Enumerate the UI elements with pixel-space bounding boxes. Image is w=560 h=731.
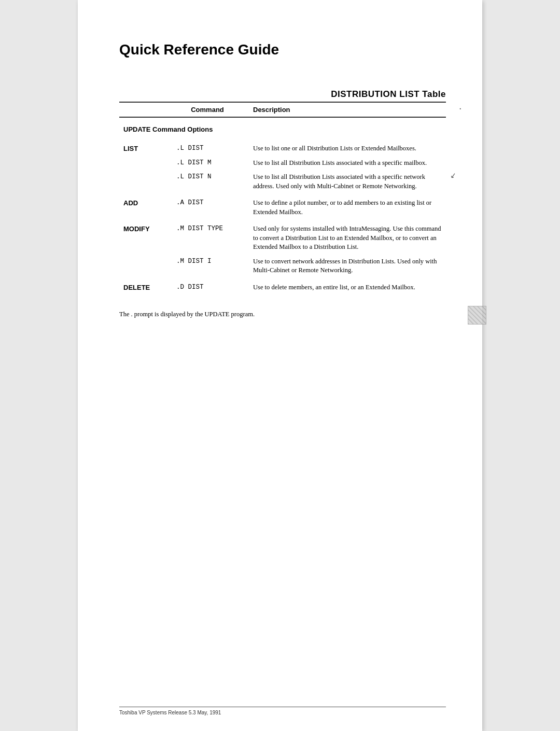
desc-m-dist-i: Use to convert network addresses in Dist… [249, 255, 446, 278]
section-label: UPDATE Command Options [123, 125, 213, 133]
table-row: .L DIST M Use to list all Distribution L… [119, 156, 446, 171]
table-row: MODIFY .M DIST TYPE Used only for system… [119, 219, 446, 255]
page-title: Quick Reference Guide [119, 41, 446, 58]
cmd-l-dist-m: .L DIST M [166, 156, 249, 171]
table-row: ADD .A DIST Use to define a pilot number… [119, 193, 446, 219]
desc-m-dist-type: Used only for systems installed with Int… [249, 219, 446, 255]
table-row: LIST .L DIST Use to list one or all Dist… [119, 139, 446, 156]
cmd-d-dist: .D DIST [166, 278, 249, 295]
footer-note: The . prompt is displayed by the UPDATE … [119, 311, 446, 318]
table-title: DISTRIBUTION LIST Table [331, 89, 446, 99]
table-row: DELETE .D DIST Use to delete members, an… [119, 278, 446, 295]
decorative-dot: · [459, 104, 462, 115]
table-row: .M DIST I Use to convert network address… [119, 255, 446, 278]
cmd-l-dist: .L DIST [166, 139, 249, 156]
page-footer: Toshiba VP Systems Release 5.3 May, 1991 [119, 707, 446, 715]
table-row: .L DIST N Use to list all Distribution L… [119, 170, 446, 193]
table-header: DISTRIBUTION LIST Table [119, 89, 446, 100]
action-add: ADD [119, 193, 166, 219]
desc-a-dist: Use to define a pilot number, or to add … [249, 193, 446, 219]
section-header-row: UPDATE Command Options [119, 117, 446, 139]
cmd-a-dist: .A DIST [166, 193, 249, 219]
desc-l-dist-n: Use to list all Distribution Lists assoc… [249, 170, 446, 193]
cmd-l-dist-n: .L DIST N [166, 170, 249, 193]
action-empty-1 [119, 156, 166, 171]
reference-table: Command Description UPDATE Command Optio… [119, 102, 446, 295]
action-list: LIST [119, 139, 166, 156]
action-delete: DELETE [119, 278, 166, 295]
desc-l-dist: Use to list one or all Distribution List… [249, 139, 446, 156]
action-empty-3 [119, 255, 166, 278]
col-command: Command [166, 102, 249, 117]
cmd-m-dist-i: .M DIST I [166, 255, 249, 278]
desc-l-dist-m: Use to list all Distribution Lists assoc… [249, 156, 446, 171]
action-empty-2 [119, 170, 166, 193]
col-description: Description [249, 102, 446, 117]
page: · ↙ Quick Reference Guide DISTRIBUTION L… [78, 0, 482, 731]
table-header-row: Command Description [119, 102, 446, 117]
decorative-stamp [468, 306, 486, 325]
cmd-m-dist-type: .M DIST TYPE [166, 219, 249, 255]
col-action [119, 102, 166, 117]
desc-d-dist: Use to delete members, an entire list, o… [249, 278, 446, 295]
footer-text: Toshiba VP Systems Release 5.3 May, 1991 [119, 710, 221, 715]
decorative-mark: ↙ [450, 171, 457, 180]
action-modify: MODIFY [119, 219, 166, 255]
